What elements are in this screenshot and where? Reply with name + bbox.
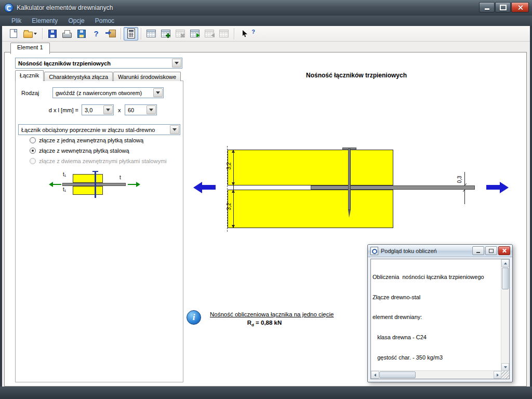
length-select[interactable]: 60	[125, 104, 157, 115]
copy-table-icon	[147, 30, 156, 37]
preview-minimize-button[interactable]	[472, 246, 484, 255]
joint-mini-diagram: t₁ t₁ t	[49, 171, 158, 202]
delete-table-button	[173, 27, 188, 41]
minimize-button[interactable]	[479, 2, 495, 12]
save-report-button[interactable]	[74, 27, 89, 41]
force-arrow-right-icon	[500, 182, 509, 193]
scroll-down-button[interactable]	[501, 363, 509, 371]
result-link[interactable]: Nośność obliczeniowa łącznika na jedno c…	[210, 311, 334, 317]
tab-warunki[interactable]: Warunki środowiskowe	[113, 72, 181, 81]
copy-table-button[interactable]	[144, 27, 158, 41]
force-arrow-left-shaft	[202, 185, 216, 190]
mini-steel-plate	[62, 183, 126, 186]
delete-table-icon	[176, 30, 185, 37]
preview-title-bar[interactable]: Podgląd toku obliczeń	[368, 245, 512, 257]
help-button[interactable]: ?	[89, 27, 103, 41]
calc-type-dropdown-button[interactable]	[172, 59, 181, 68]
rodzaj-label: Rodzaj	[21, 90, 39, 96]
rodzaj-dropdown-button[interactable]	[153, 88, 163, 97]
preview-close-button[interactable]	[498, 246, 510, 255]
green-arrow-right-icon	[136, 182, 140, 187]
main-panel: Nośność łączników trzpieniowych Łącznik …	[4, 52, 527, 387]
scroll-up-button[interactable]	[501, 259, 509, 267]
result-symbol: R	[247, 320, 251, 326]
calc-line: klasa drewna - C24	[373, 334, 500, 341]
load-case-value: Łącznik obciążony poprzecznie w złączu s…	[21, 127, 155, 133]
calculator-button[interactable]	[124, 27, 138, 41]
scroll-right-button[interactable]	[494, 371, 501, 379]
preview-window[interactable]: Podgląd toku obliczeń Obliczenia nośnośc…	[367, 244, 513, 382]
context-help-button[interactable]: ?	[237, 27, 257, 41]
length-dropdown-button[interactable]	[147, 105, 156, 114]
result-block: i Nośność obliczeniowa łącznika na jedno…	[187, 309, 374, 332]
info-glyph: i	[193, 312, 195, 323]
vertical-scroll-thumb[interactable]	[502, 268, 509, 289]
t1-top-label: t₁	[63, 171, 66, 177]
tab-charakterystyka[interactable]: Charakterystyka złącza	[44, 72, 113, 81]
wood-block-bottom	[228, 190, 393, 228]
print-button[interactable]	[60, 27, 74, 41]
wood-block-top	[228, 150, 393, 185]
arrow-left-icon	[211, 33, 215, 37]
calc-type-select[interactable]: Nośność łączników trzpieniowych	[15, 58, 182, 69]
arrow-up-icon	[504, 262, 507, 264]
diagram-title: Nośność łączników trzpieniowych	[278, 72, 434, 79]
cross-icon	[179, 32, 186, 39]
help-icon: ?	[94, 30, 98, 37]
radio-selected-icon	[30, 148, 36, 154]
chevron-down-icon	[106, 109, 110, 111]
tab-lacznik[interactable]: Łącznik	[15, 70, 44, 81]
menu-plik[interactable]: Plik	[6, 17, 26, 25]
menu-pomoc[interactable]: Pomoc	[90, 17, 119, 25]
toolbar-separator	[121, 28, 121, 39]
horizontal-scroll-thumb[interactable]	[379, 371, 416, 378]
open-dropdown-icon[interactable]	[34, 33, 37, 35]
mini-nail	[95, 171, 96, 198]
new-button[interactable]	[6, 27, 21, 41]
export-table-button	[202, 27, 217, 41]
menu-opcje[interactable]: Opcje	[63, 17, 89, 25]
close-button[interactable]	[511, 2, 529, 12]
diameter-select[interactable]: 3,0	[82, 104, 114, 115]
green-arrow-left-icon	[49, 182, 53, 187]
diameter-dropdown-button[interactable]	[103, 105, 113, 114]
title-bar[interactable]: Kalkulator elementów drewnianych	[0, 0, 532, 16]
calculation-log: Obliczenia nośności łącznika trzpieniowe…	[370, 259, 510, 379]
add-table-button[interactable]	[158, 27, 173, 41]
option-outer-plate[interactable]: złącze z jedną zewnętrzną płytką stalową	[30, 137, 143, 143]
tab-element-1[interactable]: Element 1	[10, 43, 50, 54]
maximize-button[interactable]	[495, 2, 511, 12]
export-button[interactable]	[103, 27, 118, 41]
arrow-right-icon	[196, 33, 200, 37]
preview-maximize-button[interactable]	[485, 246, 497, 255]
save-button[interactable]	[45, 27, 60, 41]
dimension-line-left	[233, 150, 234, 228]
result-number: = 0,88 kN	[256, 320, 282, 326]
dim-left-top: 3,2	[226, 163, 232, 170]
rodzaj-select[interactable]: gwóźdź (z nawierconym otworem)	[52, 87, 164, 98]
toolbar: ? ?	[2, 26, 530, 42]
close-icon	[502, 248, 507, 253]
preview-controls	[472, 246, 510, 255]
calc-line: Obliczenia nośności łącznika trzpieniowe…	[373, 274, 500, 281]
chevron-down-icon	[149, 109, 153, 111]
scroll-left-button[interactable]	[371, 371, 379, 379]
horizontal-scrollbar[interactable]	[371, 370, 501, 379]
menu-elementy[interactable]: Elementy	[26, 17, 63, 25]
chevron-down-icon	[156, 91, 160, 94]
app-window: Kalkulator elementów drewnianych Plik El…	[0, 0, 532, 399]
nail-tip	[348, 210, 351, 218]
dim-arrow-icon	[232, 182, 235, 185]
load-case-select[interactable]: Łącznik obciążony poprzecznie w złączu s…	[18, 124, 180, 135]
resize-grip[interactable]	[501, 371, 509, 379]
arrow-right-icon	[497, 374, 499, 377]
preview-title: Podgląd toku obliczeń	[381, 248, 437, 254]
insert-table-button[interactable]	[188, 27, 202, 41]
app-icon	[4, 3, 14, 12]
option-inner-plate[interactable]: złącze z wewnętrzną płytką stalową	[30, 148, 129, 154]
load-case-dropdown-button[interactable]	[170, 125, 179, 134]
calculation-text: Obliczenia nośności łącznika trzpieniowe…	[373, 260, 500, 370]
open-button[interactable]	[21, 27, 39, 41]
vertical-scrollbar[interactable]	[501, 259, 509, 371]
option-outer-plate-label: złącze z jedną zewnętrzną płytką stalową	[39, 137, 143, 143]
